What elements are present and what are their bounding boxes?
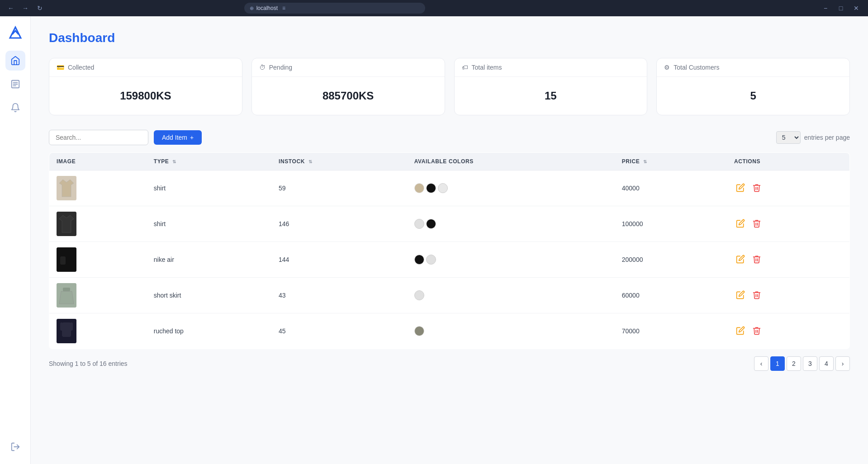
stat-card-total-customers-header: ⚙ Total Customers <box>657 58 849 77</box>
pagination-page-2[interactable]: 2 <box>787 356 801 371</box>
pagination-page-3[interactable]: 3 <box>803 356 817 371</box>
maximize-button[interactable]: □ <box>835 3 847 14</box>
url-text: localhost <box>256 5 278 11</box>
col-colors: AVAILABLE COLORS <box>407 153 615 170</box>
pending-label: Pending <box>269 64 292 71</box>
type-sort-icon: ⇅ <box>172 159 176 164</box>
pending-icon: ⏱ <box>259 64 266 71</box>
svg-rect-14 <box>63 288 70 291</box>
cell-actions <box>727 170 850 206</box>
add-item-label: Add Item <box>162 134 187 141</box>
cell-image <box>49 170 147 206</box>
main-content: Dashboard 💳 Collected 159800KS ⏱ Pending… <box>31 16 868 464</box>
sidebar-item-notifications[interactable] <box>5 98 25 118</box>
svg-rect-19 <box>70 322 73 331</box>
delete-button[interactable] <box>750 253 763 267</box>
delete-button[interactable] <box>750 324 763 338</box>
stat-card-pending-header: ⏱ Pending <box>252 58 445 77</box>
close-button[interactable]: ✕ <box>850 3 863 14</box>
col-instock[interactable]: INSTOCK ⇅ <box>271 153 407 170</box>
table-header: IMAGE TYPE ⇅ INSTOCK ⇅ AVAILABLE COLORS … <box>49 153 850 170</box>
total-items-label: Total items <box>472 64 502 71</box>
stat-card-total-items: 🏷 Total items 15 <box>454 58 648 115</box>
cell-colors <box>407 313 615 349</box>
stats-grid: 💳 Collected 159800KS ⏱ Pending 885700KS <box>49 58 850 115</box>
col-price[interactable]: PRICE ⇅ <box>615 153 727 170</box>
cell-actions <box>727 206 850 242</box>
cell-image <box>49 206 147 242</box>
nav-reload-button[interactable]: ↻ <box>34 3 45 14</box>
cell-colors <box>407 242 615 278</box>
pagination: ‹ 1 2 3 4 › <box>754 356 850 371</box>
cell-instock: 144 <box>271 242 407 278</box>
pagination-page-4[interactable]: 4 <box>819 356 834 371</box>
stat-card-total-items-body: 15 <box>458 80 644 111</box>
minimize-button[interactable]: − <box>819 3 832 14</box>
cell-price: 60000 <box>615 278 727 313</box>
page-title: Dashboard <box>49 31 850 45</box>
nav-forward-button[interactable]: → <box>20 3 31 14</box>
svg-rect-18 <box>60 322 63 331</box>
cell-price: 200000 <box>615 242 727 278</box>
svg-rect-17 <box>62 322 71 337</box>
browser-chrome: ← → ↻ ⊕ localhost ≡ − □ ✕ <box>0 0 868 16</box>
collected-label: Collected <box>68 64 94 71</box>
pagination-page-1[interactable]: 1 <box>770 356 785 371</box>
logo <box>6 24 24 42</box>
search-input[interactable] <box>49 130 148 145</box>
edit-button[interactable] <box>734 289 747 303</box>
cell-image <box>49 242 147 278</box>
stat-card-collected: 💳 Collected 159800KS <box>49 58 242 115</box>
stat-card-collected-body: 159800KS <box>53 80 238 111</box>
collected-icon: 💳 <box>57 64 64 71</box>
total-customers-icon: ⚙ <box>664 64 670 71</box>
table-row: short skirt4360000 <box>49 278 850 313</box>
stat-card-pending-body: 885700KS <box>256 80 441 111</box>
table-row: shirt5940000 <box>49 170 850 206</box>
entries-per-page: 5 10 25 50 entries per page <box>776 131 850 144</box>
stat-card-total-customers: ⚙ Total Customers 5 <box>656 58 850 115</box>
address-bar: ⊕ localhost ≡ <box>244 3 425 14</box>
cell-instock: 45 <box>271 313 407 349</box>
stat-card-collected-header: 💳 Collected <box>49 58 242 77</box>
pagination-next[interactable]: › <box>835 356 850 371</box>
table-row: ruched top4570000 <box>49 313 850 349</box>
edit-button[interactable] <box>734 324 747 338</box>
stat-card-total-customers-body: 5 <box>660 80 846 111</box>
add-item-button[interactable]: Add Item + <box>154 130 202 145</box>
sidebar <box>0 16 31 464</box>
cell-type: nike air <box>147 242 271 278</box>
delete-button[interactable] <box>750 289 763 303</box>
data-table: IMAGE TYPE ⇅ INSTOCK ⇅ AVAILABLE COLORS … <box>49 152 850 349</box>
total-items-icon: 🏷 <box>462 64 468 71</box>
table-toolbar: Add Item + 5 10 25 50 entries per page <box>49 130 850 145</box>
cell-price: 70000 <box>615 313 727 349</box>
price-sort-icon: ⇅ <box>643 159 647 164</box>
sidebar-item-orders[interactable] <box>5 74 25 94</box>
edit-button[interactable] <box>734 181 747 195</box>
cell-type: shirt <box>147 206 271 242</box>
entries-select[interactable]: 5 10 25 50 <box>776 131 801 144</box>
cell-type: ruched top <box>147 313 271 349</box>
cell-colors <box>407 278 615 313</box>
delete-button[interactable] <box>750 217 763 231</box>
sidebar-item-logout[interactable] <box>5 437 25 457</box>
col-type[interactable]: TYPE ⇅ <box>147 153 271 170</box>
stat-card-pending: ⏱ Pending 885700KS <box>251 58 445 115</box>
cell-actions <box>727 278 850 313</box>
nav-back-button[interactable]: ← <box>5 3 16 14</box>
delete-button[interactable] <box>750 181 763 195</box>
cell-price: 40000 <box>615 170 727 206</box>
cell-actions <box>727 242 850 278</box>
window-controls: − □ ✕ <box>819 3 863 14</box>
table-footer: Showing 1 to 5 of 16 entries ‹ 1 2 3 4 › <box>49 356 850 371</box>
col-actions: ACTIONS <box>727 153 850 170</box>
table-row: nike air144200000 <box>49 242 850 278</box>
instock-sort-icon: ⇅ <box>308 159 313 164</box>
svg-marker-15 <box>59 291 74 304</box>
sidebar-item-home[interactable] <box>5 51 25 71</box>
pending-value: 885700KS <box>263 90 434 102</box>
pagination-prev[interactable]: ‹ <box>754 356 768 371</box>
edit-button[interactable] <box>734 217 747 231</box>
edit-button[interactable] <box>734 253 747 267</box>
